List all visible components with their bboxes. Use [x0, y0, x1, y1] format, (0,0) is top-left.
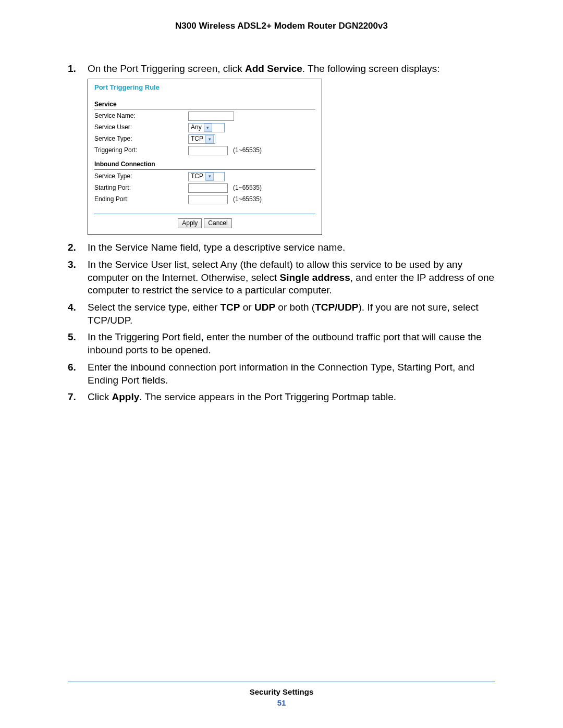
dialog-separator — [94, 214, 315, 214]
row-starting-port: Starting Port: (1~65535) — [94, 183, 315, 193]
step-number: 3. — [68, 258, 76, 272]
row-ending-port: Ending Port: (1~65535) — [94, 195, 315, 204]
row-inbound-service-type: Service Type: TCP ▾ — [94, 172, 315, 181]
step-7: 7. Click Apply. The service appears in t… — [68, 391, 495, 404]
input-ending-port[interactable] — [188, 195, 228, 204]
apply-button[interactable]: Apply — [178, 218, 202, 229]
step-number: 2. — [68, 241, 76, 254]
page-footer: Security Settings 51 — [68, 682, 495, 707]
hint-port-range: (1~65535) — [233, 195, 262, 204]
dropdown-service-user[interactable]: Any ▾ — [188, 123, 225, 132]
step-2: 2. In the Service Name field, type a des… — [68, 241, 495, 254]
row-triggering-port: Triggering Port: (1~65535) — [94, 146, 315, 155]
label-triggering-port: Triggering Port: — [94, 146, 188, 155]
step-text: On the Port Triggering screen, click Add… — [88, 63, 440, 74]
chevron-down-icon: ▾ — [205, 172, 214, 181]
port-triggering-rule-dialog: Port Triggering Rule Service Service Nam… — [88, 79, 322, 236]
step-text: Click Apply. The service appears in the … — [88, 391, 396, 402]
hint-port-range: (1~65535) — [233, 146, 262, 155]
label-service-type: Service Type: — [94, 135, 188, 143]
step-number: 6. — [68, 361, 76, 374]
step-text: Select the service type, either TCP or U… — [88, 302, 479, 326]
step-5: 5. In the Triggering Port field, enter t… — [68, 331, 495, 356]
dialog-title: Port Triggering Rule — [94, 83, 315, 97]
input-starting-port[interactable] — [188, 183, 228, 193]
dropdown-inbound-service-type[interactable]: TCP ▾ — [188, 172, 225, 181]
dropdown-service-user-value: Any — [189, 124, 204, 132]
dropdown-inbound-service-type-value: TCP — [189, 172, 205, 181]
row-service-type: Service Type: TCP ▾ — [94, 134, 315, 144]
section-service-header: Service — [94, 101, 315, 110]
section-inbound-header: Inbound Connection — [94, 161, 315, 170]
step-text: In the Triggering Port field, enter the … — [88, 331, 482, 355]
step-number: 7. — [68, 391, 76, 404]
main-content: 1. On the Port Triggering screen, click … — [68, 63, 495, 404]
label-inbound-service-type: Service Type: — [94, 172, 188, 181]
hint-port-range: (1~65535) — [233, 184, 262, 192]
step-text: Enter the inbound connection port inform… — [88, 362, 474, 386]
label-starting-port: Starting Port: — [94, 184, 188, 192]
label-ending-port: Ending Port: — [94, 195, 188, 204]
label-service-user: Service User: — [94, 124, 188, 132]
chevron-down-icon: ▾ — [205, 135, 214, 143]
footer-section-title: Security Settings — [68, 687, 495, 696]
step-3: 3. In the Service User list, select Any … — [68, 258, 495, 297]
input-service-name[interactable] — [188, 112, 234, 121]
step-number: 5. — [68, 331, 76, 344]
dropdown-service-type-value: TCP — [189, 135, 205, 143]
cancel-button[interactable]: Cancel — [204, 218, 231, 229]
document-header: N300 Wireless ADSL2+ Modem Router DGN220… — [68, 21, 495, 31]
chevron-down-icon: ▾ — [204, 124, 212, 132]
dropdown-service-type[interactable]: TCP ▾ — [188, 134, 215, 144]
footer-page-number: 51 — [68, 698, 495, 707]
step-text: In the Service User list, select Any (th… — [88, 259, 494, 295]
row-service-user: Service User: Any ▾ — [94, 123, 315, 132]
step-number: 1. — [68, 63, 76, 76]
step-text: In the Service Name field, type a descri… — [88, 242, 345, 253]
row-service-name: Service Name: — [94, 112, 315, 121]
label-service-name: Service Name: — [94, 112, 188, 120]
input-triggering-port[interactable] — [188, 146, 228, 155]
footer-rule — [68, 682, 495, 682]
step-6: 6. Enter the inbound connection port inf… — [68, 361, 495, 387]
step-4: 4. Select the service type, either TCP o… — [68, 301, 495, 327]
step-1: 1. On the Port Triggering screen, click … — [68, 63, 495, 235]
step-number: 4. — [68, 301, 76, 314]
